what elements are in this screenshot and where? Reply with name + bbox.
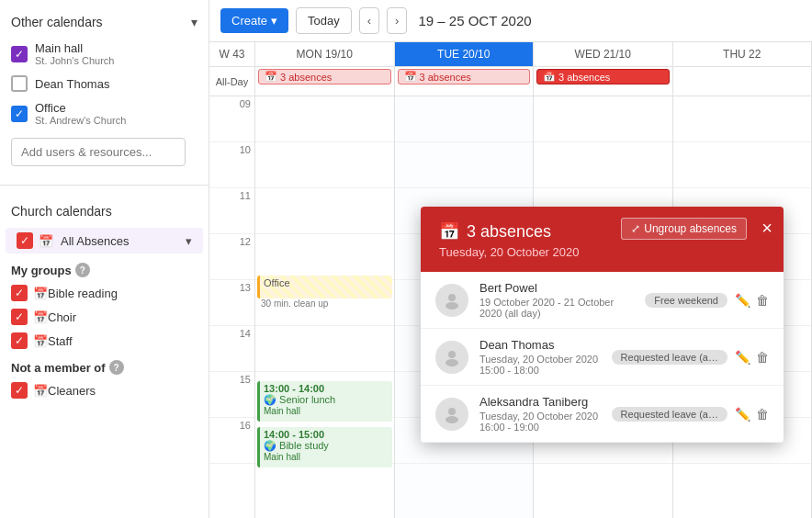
choir-cal-icon: 📅 [33,310,48,324]
mon-header: MON 19/10 [255,42,395,66]
next-button[interactable]: › [387,7,407,34]
calendar-item-cleaners[interactable]: ✓ 📅 Cleaners [0,378,209,402]
create-dropdown-icon[interactable]: ▾ [271,14,277,28]
mon-column: Office 30 min. clean up 13:00 - 14:00 🌍 … [255,96,395,518]
ungroup-icon: ⤢ [631,222,640,235]
calendar-body: 09 10 11 12 13 14 15 16 [209,96,812,518]
calendar-item-bible-reading[interactable]: ✓ 📅 Bible reading [0,281,209,305]
bert-date: 19 October 2020 - 21 October 2020 (all d… [479,297,637,319]
cleaners-cal-icon: 📅 [33,384,48,398]
all-absences-label: All Absences [61,234,186,248]
add-resources-input[interactable] [11,138,186,166]
calendar-item-dean-thomas[interactable]: Dean Thomas [0,71,209,96]
time-14: 14 [209,326,254,372]
create-label: Create [231,14,267,28]
today-button[interactable]: Today [296,7,352,34]
time-15: 15 [209,372,254,418]
calendar-small-icon3: 📅 [543,71,556,83]
not-member-label: Not a member of [11,361,106,375]
svg-point-2 [448,351,456,358]
church-calendars-label: Church calendars [11,204,112,219]
popup-calendar-icon: 📅 [439,221,459,242]
time-column: 09 10 11 12 13 14 15 16 [209,96,255,518]
dean-edit-button[interactable]: ✏️ [735,350,750,365]
time-16: 16 [209,418,254,464]
dean-thomas-checkbox[interactable] [11,75,28,92]
mon-absence-pill[interactable]: 📅 3 absences [258,69,391,84]
ungroup-button[interactable]: ⤢ Ungroup absences [621,218,747,240]
prev-button[interactable]: ‹ [359,7,379,34]
thu-header: THU 22 [673,42,813,66]
all-day-row: All-Day 📅 3 absences 📅 3 absences [209,67,812,96]
other-calendars-section: Other calendars ▾ ✓ Main hall St. John's… [0,0,209,181]
calendar-item-main-hall[interactable]: ✓ Main hall St. John's Church [0,37,209,71]
office-event[interactable]: Office [257,276,392,298]
main-hall-checkbox[interactable]: ✓ [11,46,28,62]
staff-cal-icon: 📅 [33,334,48,348]
dean-tag: Requested leave (a… [612,350,727,365]
tue-header: TUE 20/10 [395,42,535,66]
bible-reading-cal-icon: 📅 [33,287,48,300]
staff-checkbox[interactable]: ✓ [11,332,28,349]
cleaners-name: Cleaners [48,384,96,398]
church-calendars-section: Church calendars ✓ 📅 All Absences ▾ My g… [0,189,209,410]
dean-avatar [435,341,468,374]
aleksandra-avatar [435,398,468,431]
calendar-item-office[interactable]: ✓ Office St. Andrew's Church [0,96,209,130]
main-hall-name: Main hall [35,41,114,55]
bert-delete-button[interactable]: 🗑 [756,293,769,308]
clean-up-event[interactable]: 30 min. clean up [257,297,392,310]
my-groups-help-icon[interactable]: ? [75,263,90,277]
bert-tag: Free weekend [645,293,727,308]
bert-edit-button[interactable]: ✏️ [735,293,750,308]
wed-absence-pill[interactable]: 📅 3 absences [536,69,670,84]
bible-reading-checkbox[interactable]: ✓ [11,285,28,301]
aleksandra-delete-button[interactable]: 🗑 [756,407,769,422]
aleksandra-edit-button[interactable]: ✏️ [735,407,750,422]
tue-all-day: 📅 3 absences [395,67,535,96]
time-12: 12 [209,234,254,280]
office-checkbox[interactable]: ✓ [11,106,28,122]
time-09: 09 [209,96,254,142]
create-button[interactable]: Create ▾ [220,8,288,33]
absence-row-2: Aleksandra Taniberg Tuesday, 20 October … [421,386,784,443]
popup-close-button[interactable]: × [761,218,773,239]
all-absences-chevron[interactable]: ▾ [186,234,192,248]
sidebar-divider [0,185,209,186]
other-calendars-label: Other calendars [11,15,103,29]
my-groups-label: My groups [11,264,72,277]
calendar-item-staff[interactable]: ✓ 📅 Staff [0,329,209,353]
main-hall-sub: St. John's Church [35,55,114,66]
absence-popup: 📅 3 absences Tuesday, 20 October 2020 ⤢ … [421,207,784,443]
other-calendars-header[interactable]: Other calendars ▾ [0,7,209,37]
bible-study-event[interactable]: 14:00 - 15:00 🌍 Bible study Main hall [257,427,392,467]
calendar-header: W 43 MON 19/10 TUE 20/10 WED 21/10 THU 2… [209,42,812,67]
other-calendars-chevron[interactable]: ▾ [191,15,197,29]
calendar-grid: W 43 MON 19/10 TUE 20/10 WED 21/10 THU 2… [209,42,812,518]
cleaners-checkbox[interactable]: ✓ [11,382,28,399]
absence-row-0: Bert Powel 19 October 2020 - 21 October … [421,272,784,329]
all-absences-row[interactable]: ✓ 📅 All Absences ▾ [6,228,203,253]
choir-checkbox[interactable]: ✓ [11,309,28,325]
office-name: Office [35,101,126,115]
calendar-item-choir[interactable]: ✓ 📅 Choir [0,305,209,329]
aleksandra-actions: ✏️ 🗑 [735,407,769,422]
calendar-icon: 📅 [39,234,53,248]
dean-delete-button[interactable]: 🗑 [756,350,769,365]
all-absences-checkbox[interactable]: ✓ [17,232,33,249]
church-calendars-header: Church calendars [0,197,209,226]
dean-actions: ✏️ 🗑 [735,350,769,365]
time-10: 10 [209,142,254,188]
next-icon: › [395,14,399,28]
aleksandra-name: Aleksandra Taniberg [479,395,604,409]
not-member-help-icon[interactable]: ? [109,360,124,375]
sidebar: Other calendars ▾ ✓ Main hall St. John's… [0,0,209,518]
time-11: 11 [209,188,254,234]
calendar-small-icon2: 📅 [404,71,417,83]
senior-lunch-event[interactable]: 13:00 - 14:00 🌍 Senior lunch Main hall [257,381,392,422]
tue-absence-pill[interactable]: 📅 3 absences [398,69,531,84]
svg-point-3 [445,359,458,366]
aleksandra-tag: Requested leave (a… [612,407,727,422]
not-member-header: Not a member of ? [0,353,209,378]
svg-point-0 [448,294,456,301]
